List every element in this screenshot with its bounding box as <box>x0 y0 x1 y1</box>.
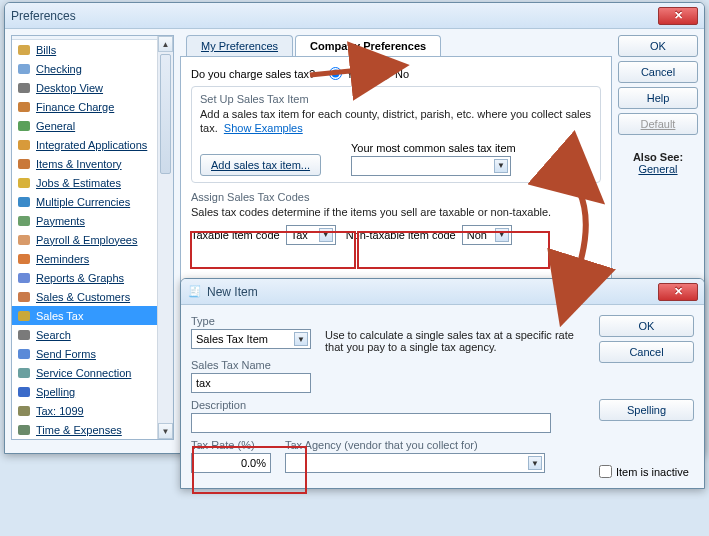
rate-input[interactable] <box>191 453 271 473</box>
name-input[interactable] <box>191 373 311 393</box>
sidebar-item-reminders[interactable]: Reminders <box>12 249 173 268</box>
sidebar-item-label: Sales Tax <box>36 310 84 322</box>
name-label: Sales Tax Name <box>191 359 589 371</box>
sidebar-item-label: Multiple Currencies <box>36 196 130 208</box>
sidebar-icon <box>16 251 32 267</box>
svg-rect-13 <box>18 292 30 302</box>
prefs-title: Preferences <box>11 9 76 23</box>
svg-rect-11 <box>18 254 30 264</box>
svg-rect-3 <box>18 102 30 112</box>
default-button[interactable]: Default <box>618 113 698 135</box>
sidebar-item-time-expenses[interactable]: Time & Expenses <box>12 420 173 439</box>
sidebar-item-payments[interactable]: Payments <box>12 211 173 230</box>
ok-button[interactable]: OK <box>618 35 698 57</box>
sidebar-icon <box>16 194 32 210</box>
sidebar-item-send-forms[interactable]: Send Forms <box>12 344 173 363</box>
svg-rect-5 <box>18 140 30 150</box>
sidebar-item-service-connection[interactable]: Service Connection <box>12 363 173 382</box>
svg-rect-19 <box>18 406 30 416</box>
type-dropdown[interactable]: Sales Tax Item▼ <box>191 329 311 349</box>
sidebar-item-checking[interactable]: Checking <box>12 59 173 78</box>
sidebar-item-payroll-employees[interactable]: Payroll & Employees <box>12 230 173 249</box>
sidebar-icon <box>16 346 32 362</box>
sidebar-icon <box>16 175 32 191</box>
sidebar-item-tax-1099[interactable]: Tax: 1099 <box>12 401 173 420</box>
sidebar-item-label: Search <box>36 329 71 341</box>
no-radio[interactable]: No <box>378 67 409 80</box>
sidebar-item-label: Service Connection <box>36 367 131 379</box>
sidebar-item-items-inventory[interactable]: Items & Inventory <box>12 154 173 173</box>
show-examples-link[interactable]: Show Examples <box>224 122 303 134</box>
new-item-ok-button[interactable]: OK <box>599 315 694 337</box>
sidebar-item-jobs-estimates[interactable]: Jobs & Estimates <box>12 173 173 192</box>
sidebar-item-desktop-view[interactable]: Desktop View <box>12 78 173 97</box>
sidebar-icon <box>16 270 32 286</box>
inactive-label: Item is inactive <box>616 466 689 478</box>
sidebar-item-label: Sales & Customers <box>36 291 130 303</box>
sidebar-item-label: Reminders <box>36 253 89 265</box>
svg-rect-16 <box>18 349 30 359</box>
yes-radio[interactable]: Yes <box>329 67 364 80</box>
sidebar-item-spelling[interactable]: Spelling <box>12 382 173 401</box>
sidebar-icon <box>16 80 32 96</box>
agency-dropdown[interactable]: ▼ <box>285 453 545 473</box>
sidebar-icon <box>16 232 32 248</box>
sidebar-item-reports-graphs[interactable]: Reports & Graphs <box>12 268 173 287</box>
nontaxable-dropdown[interactable]: Non▼ <box>462 225 512 245</box>
also-see-heading: Also See: <box>618 151 698 163</box>
nontaxable-label: Non-taxable item code <box>346 229 456 241</box>
sidebar-icon <box>16 327 32 343</box>
common-tax-dropdown[interactable]: ▼ <box>351 156 511 176</box>
add-sales-tax-item-button[interactable]: Add sales tax item... <box>200 154 321 176</box>
taxable-dropdown[interactable]: Tax▼ <box>286 225 336 245</box>
svg-rect-15 <box>18 330 30 340</box>
assign-desc: Sales tax codes determine if the items y… <box>191 205 601 219</box>
spelling-button[interactable]: Spelling <box>599 399 694 421</box>
svg-rect-7 <box>18 178 30 188</box>
sidebar-item-sales-customers[interactable]: Sales & Customers <box>12 287 173 306</box>
scroll-thumb[interactable] <box>160 54 171 174</box>
svg-rect-10 <box>18 235 30 245</box>
sidebar-item-finance-charge[interactable]: Finance Charge <box>12 97 173 116</box>
desc-input[interactable] <box>191 413 551 433</box>
type-label: Type <box>191 315 311 327</box>
prefs-sidebar: BillsCheckingDesktop ViewFinance ChargeG… <box>11 35 174 440</box>
sidebar-item-label: Jobs & Estimates <box>36 177 121 189</box>
scroll-down-icon[interactable]: ▼ <box>158 423 173 439</box>
sidebar-item-sales-tax[interactable]: Sales Tax <box>12 306 173 325</box>
close-icon[interactable]: ✕ <box>658 7 698 25</box>
sidebar-item-bills[interactable]: Bills <box>12 40 173 59</box>
sidebar-item-integrated-applications[interactable]: Integrated Applications <box>12 135 173 154</box>
sidebar-item-label: Payroll & Employees <box>36 234 138 246</box>
sidebar-item-label: Reports & Graphs <box>36 272 124 284</box>
close-icon[interactable]: ✕ <box>658 283 698 301</box>
sidebar-item-label: Desktop View <box>36 82 103 94</box>
type-desc: Use to calculate a single sales tax at a… <box>325 315 589 353</box>
sidebar-icon <box>16 42 32 58</box>
new-item-cancel-button[interactable]: Cancel <box>599 341 694 363</box>
sidebar-icon <box>16 365 32 381</box>
yes-label: Yes <box>346 68 364 80</box>
tab-my-preferences[interactable]: My Preferences <box>186 35 293 56</box>
sidebar-icon <box>16 137 32 153</box>
sidebar-item-multiple-currencies[interactable]: Multiple Currencies <box>12 192 173 211</box>
tab-company-preferences[interactable]: Company Preferences <box>295 35 441 56</box>
scrollbar[interactable]: ▲ ▼ <box>157 36 173 439</box>
svg-rect-9 <box>18 216 30 226</box>
help-button[interactable]: Help <box>618 87 698 109</box>
sidebar-item-search[interactable]: Search <box>12 325 173 344</box>
sidebar-icon <box>16 61 32 77</box>
sidebar-icon <box>16 118 32 134</box>
svg-rect-0 <box>18 45 30 55</box>
svg-rect-18 <box>18 387 30 397</box>
inactive-checkbox[interactable]: Item is inactive <box>599 465 694 478</box>
sidebar-item-general[interactable]: General <box>12 116 173 135</box>
desc-label: Description <box>191 399 589 411</box>
chevron-down-icon: ▼ <box>528 456 542 470</box>
common-tax-label: Your most common sales tax item <box>351 142 592 154</box>
also-see-link[interactable]: General <box>618 163 698 175</box>
chevron-down-icon: ▼ <box>319 228 333 242</box>
new-item-title: New Item <box>207 285 258 299</box>
scroll-up-icon[interactable]: ▲ <box>158 36 173 52</box>
cancel-button[interactable]: Cancel <box>618 61 698 83</box>
